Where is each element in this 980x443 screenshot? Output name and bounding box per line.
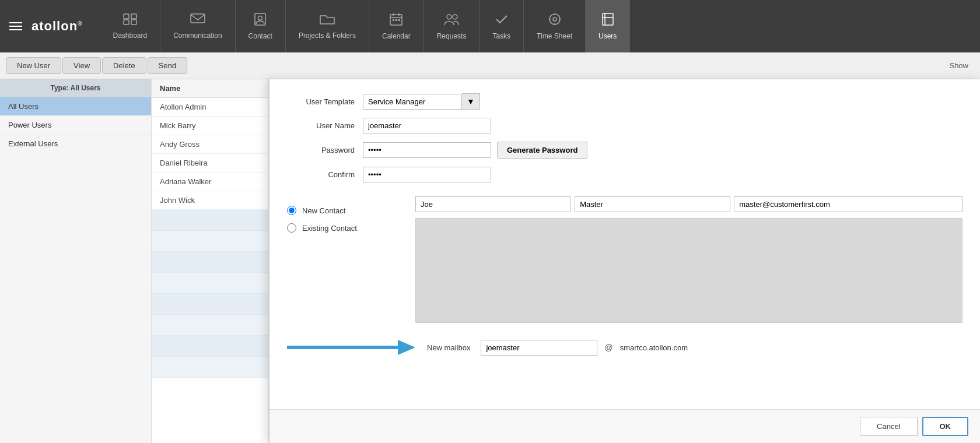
last-name-input[interactable] xyxy=(575,196,730,212)
contact-area: New Contact Existing Contact xyxy=(287,191,963,331)
nav-item-calendar[interactable]: Calendar xyxy=(369,0,424,52)
svg-rect-2 xyxy=(124,20,129,24)
nav-item-dashboard[interactable]: Dashboard xyxy=(100,0,160,52)
new-contact-label: New Contact xyxy=(302,206,345,215)
app-logo: atollon® xyxy=(32,19,82,34)
svg-rect-13 xyxy=(398,19,400,21)
timesheet-icon xyxy=(548,13,561,29)
mailbox-section: New mailbox @ smartco.atollon.com xyxy=(287,331,963,366)
nav-item-users[interactable]: Users xyxy=(586,0,630,52)
existing-contact-label: Existing Contact xyxy=(302,224,357,233)
dashboard-icon xyxy=(123,13,137,28)
nav-calendar-label: Calendar xyxy=(382,32,411,40)
sidebar-item-all-users[interactable]: All Users xyxy=(0,97,151,116)
view-button[interactable]: View xyxy=(62,57,101,74)
nav-projects-label: Projects & Folders xyxy=(299,31,356,40)
mailbox-row: New mailbox @ smartco.atollon.com xyxy=(427,340,688,356)
send-button[interactable]: Send xyxy=(148,57,187,74)
nav-tasks-label: Tasks xyxy=(492,32,510,40)
dialog-footer: Cancel OK xyxy=(270,409,980,443)
sidebar-item-external-users[interactable]: External Users xyxy=(0,135,151,153)
existing-contact-radio-row[interactable]: Existing Contact xyxy=(287,223,415,233)
sidebar-item-power-users[interactable]: Power Users xyxy=(0,116,151,135)
nav-item-contact[interactable]: Contact xyxy=(236,0,286,52)
template-select-wrapper: ▼ xyxy=(363,93,480,110)
generate-password-button[interactable]: Generate Password xyxy=(497,142,587,159)
contact-name-fields xyxy=(415,196,963,212)
nav-requests-label: Requests xyxy=(437,32,467,40)
top-navigation: atollon® Dashboard Communic xyxy=(0,0,980,52)
svg-rect-11 xyxy=(393,19,394,21)
contact-radio-section: New Contact Existing Contact xyxy=(287,196,415,331)
arrow-icon xyxy=(287,337,415,358)
contact-details-area xyxy=(415,218,963,323)
template-input[interactable] xyxy=(363,94,462,110)
sidebar-header: Type: All Users xyxy=(0,79,151,97)
projects-icon xyxy=(320,13,335,28)
template-label: User Template xyxy=(287,97,363,106)
svg-point-17 xyxy=(553,17,556,21)
hamburger-menu[interactable] xyxy=(6,19,26,34)
nav-item-projects[interactable]: Projects & Folders xyxy=(286,0,369,52)
show-label: Show xyxy=(949,61,974,70)
user-template-row: User Template ▼ xyxy=(287,93,963,110)
mailbox-domain: smartco.atollon.com xyxy=(620,343,688,352)
svg-rect-22 xyxy=(603,13,613,25)
toolbar: New User View Delete Send Show xyxy=(0,52,980,79)
nav-dashboard-label: Dashboard xyxy=(113,31,147,40)
cancel-button[interactable]: Cancel xyxy=(860,417,917,436)
nav-timesheet-label: Time Sheet xyxy=(537,32,572,40)
svg-point-6 xyxy=(258,16,262,20)
new-user-button[interactable]: New User xyxy=(6,57,61,74)
nav-item-tasks[interactable]: Tasks xyxy=(480,0,524,52)
existing-contact-radio[interactable] xyxy=(287,223,296,233)
nav-contact-label: Contact xyxy=(249,32,272,40)
radio-group: New Contact Existing Contact xyxy=(287,200,415,238)
username-label: User Name xyxy=(287,121,363,130)
svg-point-16 xyxy=(550,14,560,24)
calendar-icon xyxy=(390,13,402,29)
ok-button[interactable]: OK xyxy=(922,417,969,436)
nav-communication-label: Communication xyxy=(173,31,222,40)
email-input[interactable] xyxy=(734,196,963,212)
confirm-label: Confirm xyxy=(287,170,363,179)
dialog-content: User Template ▼ User Name Password Gener… xyxy=(270,79,980,409)
password-row: Password Generate Password xyxy=(287,142,963,159)
new-contact-radio-row[interactable]: New Contact xyxy=(287,206,415,215)
svg-rect-12 xyxy=(396,19,397,21)
svg-rect-4 xyxy=(191,14,205,23)
requests-icon xyxy=(444,13,459,29)
mailbox-label: New mailbox xyxy=(427,343,470,352)
nav-item-requests[interactable]: Requests xyxy=(424,0,480,52)
svg-point-15 xyxy=(453,15,457,19)
password-label: Password xyxy=(287,146,363,154)
users-icon xyxy=(601,13,614,29)
password-input[interactable] xyxy=(363,142,491,158)
delete-button[interactable]: Delete xyxy=(102,57,146,74)
confirm-row: Confirm xyxy=(287,167,963,182)
svg-rect-0 xyxy=(124,14,129,19)
username-row: User Name xyxy=(287,118,963,133)
communication-icon xyxy=(190,13,205,28)
contact-icon xyxy=(254,13,267,29)
svg-point-14 xyxy=(447,15,452,19)
nav-item-timesheet[interactable]: Time Sheet xyxy=(524,0,586,52)
confirm-input[interactable] xyxy=(363,167,491,182)
username-input[interactable] xyxy=(363,118,491,133)
tasks-icon xyxy=(495,13,508,29)
new-user-dialog: User Template ▼ User Name Password Gener… xyxy=(268,79,980,443)
template-dropdown-button[interactable]: ▼ xyxy=(462,93,480,110)
svg-marker-26 xyxy=(398,340,415,355)
mailbox-at: @ xyxy=(604,343,612,352)
user-type-sidebar: Type: All Users All Users Power Users Ex… xyxy=(0,79,152,443)
nav-users-label: Users xyxy=(598,32,617,40)
nav-items: Dashboard Communication Contact xyxy=(100,0,974,52)
main-content: Type: All Users All Users Power Users Ex… xyxy=(0,79,980,443)
contact-fields-section xyxy=(415,196,963,331)
svg-rect-3 xyxy=(131,20,136,24)
new-contact-radio[interactable] xyxy=(287,206,296,215)
svg-rect-1 xyxy=(131,14,136,19)
nav-item-communication[interactable]: Communication xyxy=(160,0,235,52)
first-name-input[interactable] xyxy=(415,196,571,212)
mailbox-input[interactable] xyxy=(481,340,597,356)
